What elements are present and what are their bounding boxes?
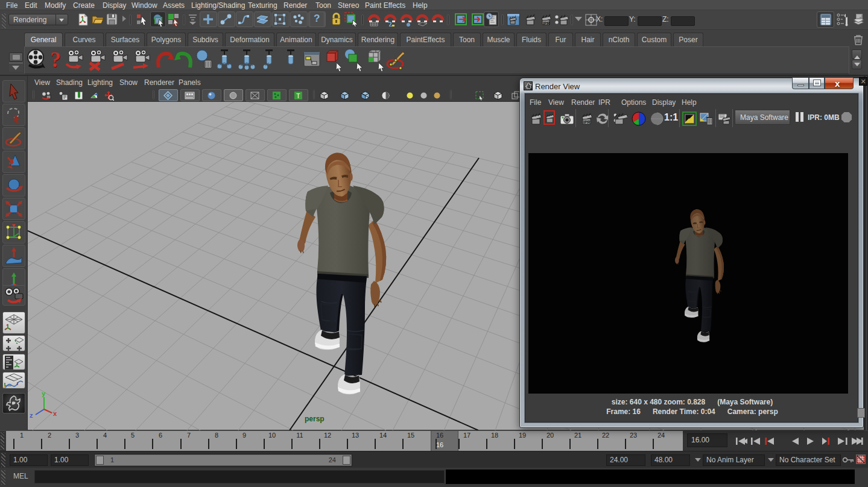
svg-text:x: x — [53, 410, 57, 417]
svg-text:T: T — [296, 92, 300, 99]
svg-text:z: z — [30, 412, 33, 419]
svg-text:IPR: IPR — [583, 120, 591, 124]
svg-text:y: y — [42, 391, 46, 397]
svg-text:IPR: IPR — [543, 21, 550, 25]
